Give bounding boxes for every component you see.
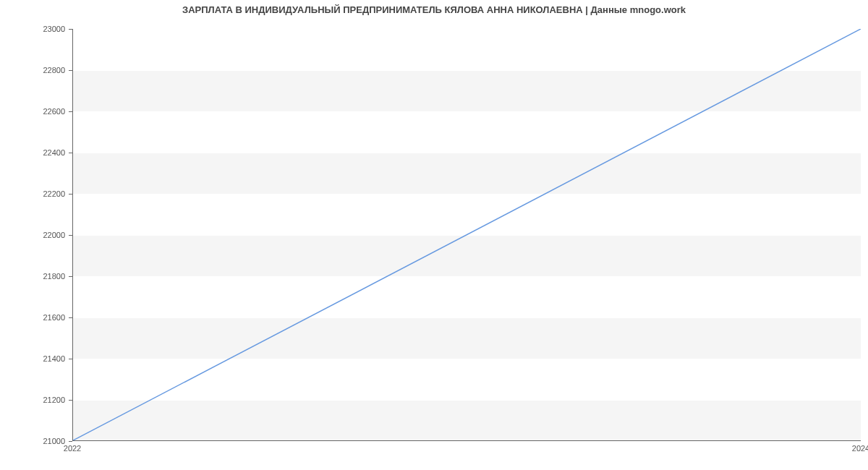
y-tick-mark xyxy=(69,194,72,195)
y-tick-mark xyxy=(69,441,72,442)
x-tick-label: 2022 xyxy=(64,444,81,453)
line-layer xyxy=(73,29,861,440)
y-tick-mark xyxy=(69,70,72,71)
y-tick-label: 22400 xyxy=(0,148,65,157)
y-tick-label: 21600 xyxy=(0,313,65,322)
y-tick-mark xyxy=(69,153,72,153)
y-tick-label: 22800 xyxy=(0,66,65,74)
y-tick-label: 21400 xyxy=(0,354,65,363)
plot-area xyxy=(72,29,861,441)
y-tick-label: 22000 xyxy=(0,231,65,239)
y-tick-mark xyxy=(69,317,72,318)
y-tick-label: 22200 xyxy=(0,189,65,198)
y-tick-label: 22600 xyxy=(0,107,65,116)
y-tick-label: 23000 xyxy=(0,25,65,33)
x-tick-label: 2024 xyxy=(852,444,868,453)
y-tick-mark xyxy=(69,29,72,30)
y-tick-label: 21200 xyxy=(0,396,65,404)
y-tick-mark xyxy=(69,111,72,112)
data-line xyxy=(73,29,861,440)
y-tick-mark xyxy=(69,400,72,401)
y-tick-mark xyxy=(69,235,72,236)
chart-container: ЗАРПЛАТА В ИНДИВИДУАЛЬНЫЙ ПРЕДПРИНИМАТЕЛ… xyxy=(0,0,868,470)
chart-title: ЗАРПЛАТА В ИНДИВИДУАЛЬНЫЙ ПРЕДПРИНИМАТЕЛ… xyxy=(0,4,868,15)
y-tick-label: 21000 xyxy=(0,437,65,445)
y-tick-mark xyxy=(69,359,72,359)
y-tick-label: 21800 xyxy=(0,272,65,281)
y-tick-mark xyxy=(69,276,72,277)
